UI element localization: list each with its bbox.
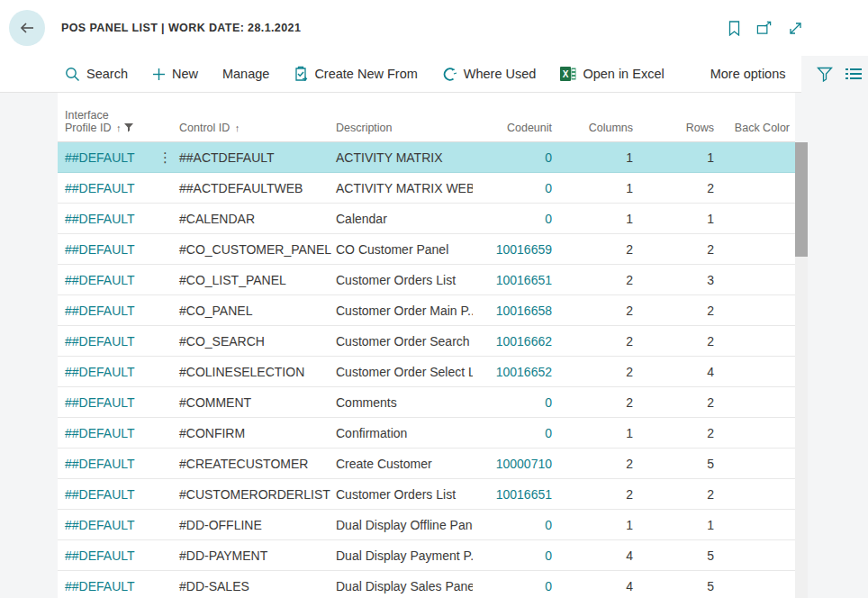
table-row[interactable]: ##DEFAULT #CUSTOMERORDERLIST Customer Or… xyxy=(58,479,795,510)
rows-cell: 3 xyxy=(641,273,722,287)
control-id-cell: #COMMENT xyxy=(177,395,331,410)
codeunit-cell: 0 xyxy=(473,518,559,532)
table-row[interactable]: ##DEFAULT #CO_CUSTOMER_PANEL CO Customer… xyxy=(58,234,795,265)
columns-cell: 4 xyxy=(559,579,641,593)
table-row[interactable]: ##DEFAULT #COMMENT Comments 0 2 2 xyxy=(58,387,795,418)
codeunit-link[interactable]: 0 xyxy=(545,579,552,593)
description-cell: Dual Display Offline Panel xyxy=(331,518,473,532)
codeunit-link[interactable]: 0 xyxy=(545,181,552,195)
bookmark-icon[interactable] xyxy=(726,20,742,36)
column-header-control-id[interactable]: Control ID ↑ xyxy=(177,122,331,134)
table-row[interactable]: ##DEFAULT #DD-SALES Dual Display Sales P… xyxy=(58,571,795,598)
new-button[interactable]: New xyxy=(152,67,198,81)
interface-profile-id-link[interactable]: ##DEFAULT xyxy=(65,395,135,410)
codeunit-cell: 0 xyxy=(473,579,559,593)
interface-profile-id-link[interactable]: ##DEFAULT xyxy=(65,273,135,287)
rows-cell: 1 xyxy=(641,212,722,226)
rows-cell: 5 xyxy=(641,548,722,563)
description-cell: Customer Orders List xyxy=(331,273,473,287)
table-row[interactable]: ##DEFAULT #CONFIRM Confirmation 0 1 2 xyxy=(58,418,795,448)
codeunit-link[interactable]: 0 xyxy=(545,150,552,165)
codeunit-cell: 10016651 xyxy=(473,487,559,502)
filter-button[interactable] xyxy=(817,65,833,83)
table-row[interactable]: ##DEFAULT #CO_LIST_PANEL Customer Orders… xyxy=(58,265,795,295)
control-id-cell: #DD-OFFLINE xyxy=(177,518,331,532)
columns-cell: 2 xyxy=(559,273,641,287)
codeunit-cell: 10000710 xyxy=(473,457,559,471)
expand-fullscreen-icon[interactable] xyxy=(787,20,803,36)
row-options-icon[interactable]: ⋮ xyxy=(158,150,172,164)
column-header-interface-profile-id[interactable]: Interface Profile ID ↑ xyxy=(58,109,153,134)
interface-profile-id-link[interactable]: ##DEFAULT xyxy=(65,518,135,532)
table-row[interactable]: ##DEFAULT ⋮ ##ACTDEFAULT ACTIVITY MATRIX… xyxy=(58,142,795,173)
codeunit-link[interactable]: 0 xyxy=(545,426,552,440)
table-row[interactable]: ##DEFAULT #CO_PANEL Customer Order Main … xyxy=(58,295,795,326)
column-header-back-color[interactable]: Back Color xyxy=(722,122,795,134)
create-new-from-button[interactable]: Create New From xyxy=(294,66,417,82)
interface-profile-id-link[interactable]: ##DEFAULT xyxy=(65,212,135,226)
codeunit-link[interactable]: 10016658 xyxy=(496,304,552,318)
description-cell: CO Customer Panel xyxy=(331,242,473,257)
interface-profile-id-link[interactable]: ##DEFAULT xyxy=(65,579,135,593)
column-header-codeunit[interactable]: Codeunit xyxy=(473,122,559,134)
interface-profile-id-link[interactable]: ##DEFAULT xyxy=(65,548,135,563)
codeunit-link[interactable]: 10016651 xyxy=(496,487,552,502)
control-id-cell: ##ACTDEFAULTWEB xyxy=(177,181,331,195)
codeunit-cell: 10016662 xyxy=(473,334,559,349)
rows-cell: 2 xyxy=(641,487,722,502)
list-lines-icon xyxy=(845,68,862,80)
codeunit-link[interactable]: 0 xyxy=(545,212,552,226)
search-button[interactable]: Search xyxy=(65,67,128,82)
row-menu-cell[interactable]: ⋮ xyxy=(153,150,177,164)
column-header-columns[interactable]: Columns xyxy=(559,122,641,134)
description-cell: Confirmation xyxy=(331,426,473,440)
table-row[interactable]: ##DEFAULT #COLINESELECTION Customer Orde… xyxy=(58,357,795,387)
table-row[interactable]: ##DEFAULT ##ACTDEFAULTWEB ACTIVITY MATRI… xyxy=(58,173,795,204)
description-cell: ACTIVITY MATRIX xyxy=(331,150,473,165)
codeunit-link[interactable]: 0 xyxy=(545,548,552,563)
rows-cell: 5 xyxy=(641,457,722,471)
columns-cell: 1 xyxy=(559,426,641,440)
codeunit-link[interactable]: 0 xyxy=(545,518,552,532)
table-row[interactable]: ##DEFAULT #CALENDAR Calendar 0 1 1 xyxy=(58,204,795,234)
interface-profile-id-link[interactable]: ##DEFAULT xyxy=(65,304,135,318)
control-id-cell: ##ACTDEFAULT xyxy=(177,150,331,165)
scrollbar-thumb[interactable] xyxy=(795,142,808,257)
interface-profile-id-link[interactable]: ##DEFAULT xyxy=(65,181,135,195)
interface-profile-id-link[interactable]: ##DEFAULT xyxy=(65,334,135,349)
interface-profile-id-link[interactable]: ##DEFAULT xyxy=(65,457,135,471)
vertical-scrollbar[interactable] xyxy=(795,142,808,598)
more-options-button[interactable]: More options xyxy=(710,67,786,81)
description-cell: Create Customer xyxy=(331,457,473,471)
codeunit-link[interactable]: 10000710 xyxy=(496,457,552,471)
description-cell: Customer Orders List xyxy=(331,487,473,502)
description-cell: Customer Order Select L... xyxy=(331,365,473,379)
codeunit-cell: 10016659 xyxy=(473,242,559,257)
codeunit-link[interactable]: 10016662 xyxy=(496,334,552,349)
rows-cell: 1 xyxy=(641,150,722,165)
table-row[interactable]: ##DEFAULT #CREATECUSTOMER Create Custome… xyxy=(58,448,795,479)
manage-button[interactable]: Manage xyxy=(222,67,269,81)
table-row[interactable]: ##DEFAULT #DD-OFFLINE Dual Display Offli… xyxy=(58,510,795,540)
table-row[interactable]: ##DEFAULT #DD-PAYMENT Dual Display Payme… xyxy=(58,540,795,571)
control-id-cell: #DD-PAYMENT xyxy=(177,548,331,563)
codeunit-cell: 10016651 xyxy=(473,273,559,287)
codeunit-link[interactable]: 10016651 xyxy=(496,273,552,287)
interface-profile-id-link[interactable]: ##DEFAULT xyxy=(65,365,135,379)
interface-profile-id-link[interactable]: ##DEFAULT xyxy=(65,242,135,257)
where-used-button[interactable]: Where Used xyxy=(442,67,537,82)
choose-columns-button[interactable] xyxy=(845,65,862,83)
interface-profile-id-link[interactable]: ##DEFAULT xyxy=(65,487,135,502)
open-in-excel-button[interactable]: X Open in Excel xyxy=(560,67,664,81)
column-header-description[interactable]: Description xyxy=(331,122,473,134)
codeunit-link[interactable]: 0 xyxy=(545,395,552,410)
table-row[interactable]: ##DEFAULT #CO_SEARCH Customer Order Sear… xyxy=(58,326,795,357)
open-in-new-window-icon[interactable] xyxy=(756,20,773,36)
back-button[interactable] xyxy=(9,10,45,46)
description-cell: Calendar xyxy=(331,212,473,226)
interface-profile-id-link[interactable]: ##DEFAULT xyxy=(65,150,135,165)
interface-profile-id-link[interactable]: ##DEFAULT xyxy=(65,426,135,440)
column-header-rows[interactable]: Rows xyxy=(641,122,722,134)
codeunit-link[interactable]: 10016659 xyxy=(496,242,552,257)
codeunit-link[interactable]: 10016652 xyxy=(496,365,552,379)
